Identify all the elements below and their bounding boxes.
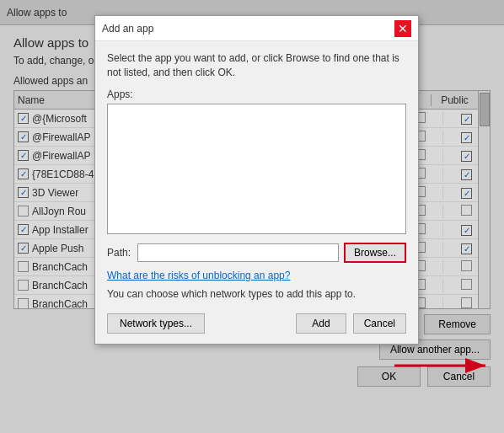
dialog-description: Select the app you want to add, or click…: [107, 51, 406, 80]
dialog-close-button[interactable]: ✕: [394, 20, 411, 37]
dialog-title: Add an app: [102, 23, 153, 35]
cancel-dialog-button[interactable]: Cancel: [353, 313, 406, 334]
red-arrow: [394, 353, 496, 381]
browse-button[interactable]: Browse...: [344, 243, 406, 263]
apps-label: Apps:: [107, 88, 406, 100]
dialog-titlebar: Add an app ✕: [95, 16, 418, 41]
dialog-footer: Network types... Add Cancel: [107, 310, 406, 334]
path-label: Path:: [107, 247, 132, 259]
network-types-button[interactable]: Network types...: [107, 313, 205, 334]
add-app-dialog: Add an app ✕ Select the app you want to …: [94, 15, 419, 345]
path-row: Path: Browse...: [107, 243, 406, 263]
add-button[interactable]: Add: [296, 313, 346, 334]
apps-listbox[interactable]: [107, 104, 406, 234]
dialog-body: Select the app you want to add, or click…: [95, 41, 418, 344]
path-input[interactable]: [137, 243, 339, 262]
network-info: You can choose which network types to ad…: [107, 288, 406, 300]
footer-right: Add Cancel: [296, 313, 406, 334]
risks-link[interactable]: What are the risks of unblocking an app?: [107, 270, 406, 281]
